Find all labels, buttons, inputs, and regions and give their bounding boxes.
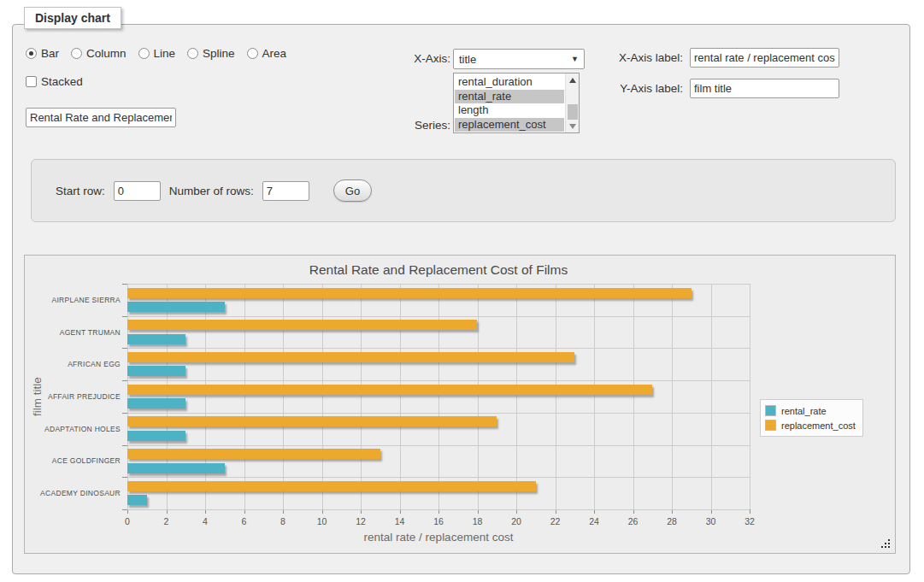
legend-item-rental_rate[interactable]: rental_rate [765,403,856,418]
series-option-length[interactable]: length [455,103,564,118]
x-axis-title: rental rate / replacement cost [364,531,514,544]
x-tick-label: 4 [191,516,220,526]
gridline-vertical [711,284,712,509]
x-tick-label: 16 [424,516,453,526]
y-axis-tick [122,348,127,349]
gridline-horizontal [127,477,750,478]
x-tick-label: 20 [502,516,531,526]
y-axis-tick [122,477,127,478]
start-row-input[interactable] [114,181,161,201]
bar-rental_rate[interactable] [127,366,185,376]
bar-replacement_cost[interactable] [127,449,380,459]
bar-rental_rate[interactable] [127,398,185,409]
gridline-vertical [594,284,595,509]
x-tick-label: 12 [346,516,375,526]
series-option-rental_duration[interactable]: rental_duration [455,75,564,90]
series-options: rental_durationrental_ratelengthreplacem… [455,75,564,132]
x-tick-label: 30 [697,516,726,526]
checkbox-icon[interactable] [26,76,37,87]
x-tick-label: 6 [230,516,259,526]
chart-type-radio-area[interactable]: Area [247,47,287,60]
series-option-rental_rate[interactable]: rental_rate [455,90,564,104]
x-tick-label: 28 [657,516,686,526]
radio-icon[interactable] [138,48,150,59]
bar-replacement_cost[interactable] [127,385,652,395]
y-axis-tick [122,284,127,285]
x-tick-label: 24 [580,516,609,526]
gridline-vertical [438,284,439,509]
gridline-horizontal [127,284,750,285]
bar-rental_rate[interactable] [127,431,185,441]
scroll-up-icon[interactable] [566,73,580,86]
y-axis-tick [122,509,127,510]
x-axis-label-input[interactable] [690,48,839,68]
gridline-horizontal [127,380,750,381]
bar-replacement_cost[interactable] [127,481,536,491]
row-range-panel: Start row: Number of rows: Go [31,159,896,222]
bar-rental_rate[interactable] [127,495,147,505]
series-listbox[interactable]: rental_durationrental_ratelengthreplacem… [453,73,580,133]
radio-icon[interactable] [247,48,258,59]
resize-grip-icon[interactable] [881,539,891,549]
category-label: ADAPTATION HOLES [25,413,121,445]
x-axis-selected-value: title [459,53,571,66]
x-axis-select[interactable]: title ▼ [453,49,585,69]
gridline-vertical [127,284,128,509]
chart-type-label: Line [154,47,176,60]
y-axis-tick [122,380,127,381]
x-axis-label-label: X-Axis label: [581,51,683,64]
category-label: AGENT TRUMAN [25,316,121,349]
chart-type-radio-line[interactable]: Line [138,47,176,60]
y-axis-label-input[interactable] [690,79,839,98]
x-axis-select-label: X-Axis: [359,52,450,65]
radio-icon[interactable] [187,48,198,59]
legend-item-replacement_cost[interactable]: replacement_cost [765,418,856,432]
num-rows-input[interactable] [262,181,309,201]
x-tick-label: 22 [541,516,570,526]
bar-replacement_cost[interactable] [127,416,497,426]
chart-type-label: Column [86,47,127,60]
chart-area: Rental Rate and Replacement Cost of Film… [24,255,896,554]
x-tick-label: 26 [619,516,648,526]
legend-swatch-icon [765,405,776,416]
stacked-label: Stacked [41,75,83,88]
gridline-vertical [672,284,673,509]
chart-type-label: Spline [203,47,235,60]
chart-type-radio-column[interactable]: Column [71,47,127,60]
x-tick-label: 32 [735,516,764,526]
x-tick-label: 8 [268,516,297,526]
bar-rental_rate[interactable] [127,334,185,344]
scrollbar-thumb[interactable] [568,104,578,120]
bar-replacement_cost[interactable] [127,320,477,330]
radio-icon[interactable] [71,48,82,59]
bar-replacement_cost[interactable] [127,352,574,362]
x-tick-label: 18 [463,516,492,526]
chart-type-radio-spline[interactable]: Spline [187,47,235,60]
go-button[interactable]: Go [333,179,372,202]
gridline-horizontal [127,413,750,414]
y-axis-label-label: Y-Axis label: [581,82,683,95]
gridline-horizontal [127,509,750,510]
radio-icon[interactable] [26,48,37,59]
gridline-vertical [400,284,401,509]
bar-replacement_cost[interactable] [127,288,692,298]
num-rows-label: Number of rows: [169,185,254,197]
scroll-down-icon[interactable] [566,120,580,132]
gridline-vertical [361,284,362,509]
chart-legend: rental_ratereplacement_cost [760,399,863,437]
gridline-horizontal [127,348,750,349]
gridline-vertical [283,284,284,509]
gridline-vertical [516,284,517,509]
series-option-replacement_cost[interactable]: replacement_cost [455,118,564,132]
stacked-checkbox[interactable]: Stacked [26,75,83,88]
gridline-vertical [750,284,750,509]
chart-title-input[interactable] [26,108,176,127]
bar-rental_rate[interactable] [127,302,225,312]
x-tick-label: 14 [385,516,415,526]
chart-type-label: Area [262,47,287,60]
chart-type-radio-bar[interactable]: Bar [26,47,59,60]
listbox-scrollbar[interactable] [565,73,579,132]
gridline-vertical [633,284,634,509]
bar-rental_rate[interactable] [127,463,225,473]
y-axis-tick [122,445,127,446]
